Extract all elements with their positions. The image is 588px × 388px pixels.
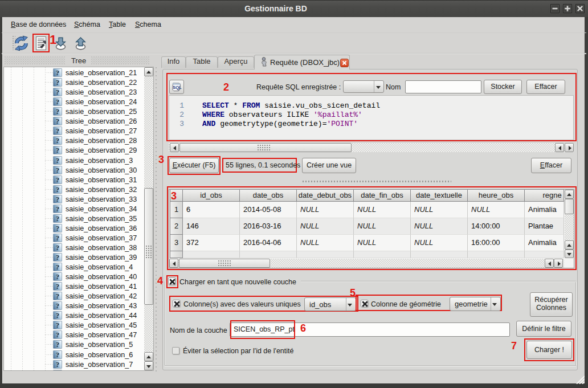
svg-text:SQL: SQL bbox=[173, 85, 182, 90]
